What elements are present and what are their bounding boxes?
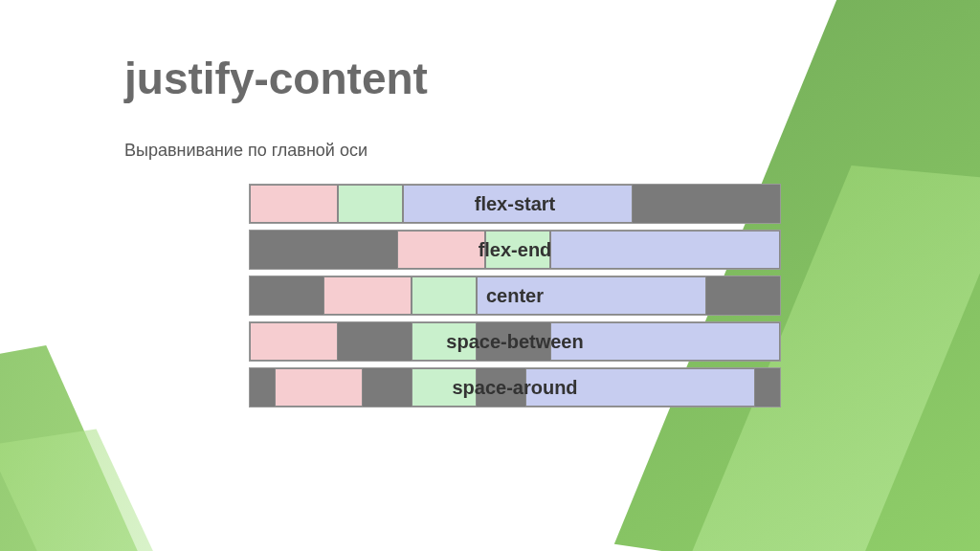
row-flex-end: flex-end <box>249 230 781 270</box>
row-label: space-around <box>452 377 577 399</box>
flex-item-green <box>412 276 477 315</box>
flex-item-blue <box>550 322 780 361</box>
slide-content: justify-content Выравнивание по главной … <box>0 0 980 446</box>
row-center: center <box>249 276 781 316</box>
justify-content-diagram: flex-start flex-end center <box>249 184 781 408</box>
row-label: flex-end <box>479 239 552 261</box>
bg-shape <box>0 430 185 551</box>
flex-item-pink <box>397 231 485 269</box>
flex-item-blue <box>550 231 780 269</box>
row-space-around: space-around <box>249 367 781 408</box>
row-label: flex-start <box>475 193 555 215</box>
flex-item-pink <box>275 368 363 407</box>
flex-item-pink <box>323 276 412 315</box>
row-space-between: space-between <box>249 321 781 362</box>
subtitle: Выравнивание по главной оси <box>124 141 865 161</box>
row-label: center <box>486 285 544 307</box>
page-title: justify-content <box>124 53 865 104</box>
flex-item-green <box>338 185 403 223</box>
row-label: space-between <box>446 331 583 353</box>
flex-item-pink <box>250 185 338 223</box>
row-flex-start: flex-start <box>249 184 781 224</box>
flex-item-pink <box>250 322 338 361</box>
